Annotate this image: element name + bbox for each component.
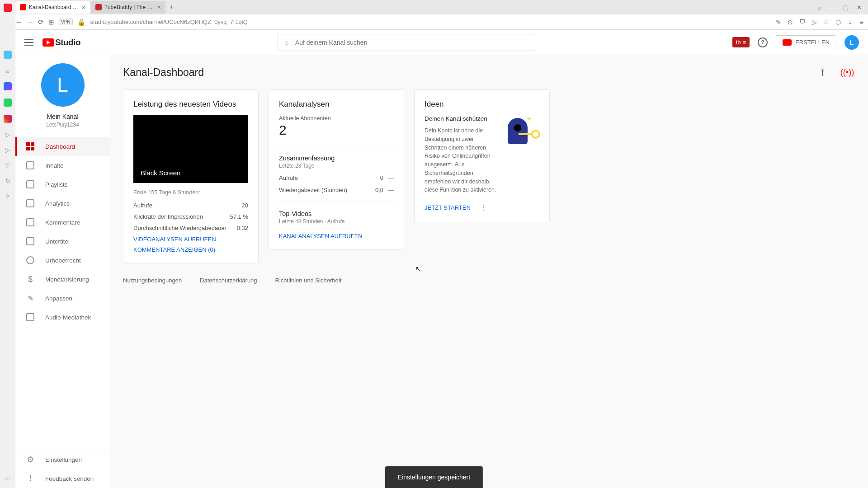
browser-chrome: Kanal-Dashboard - YouTu × TubeBuddy | Th… (0, 0, 868, 30)
address-bar: ← → ⟳ ⊞ VPN 🔒 studio.youtube.com/channel… (0, 14, 868, 30)
browser-search-icon[interactable]: ⌕ (817, 4, 821, 11)
close-icon[interactable]: × (157, 4, 161, 11)
tab-title: TubeBuddy | The Premier (104, 4, 155, 10)
window-controls: ⌕ — ▢ ✕ (817, 4, 868, 11)
vpn-badge[interactable]: VPN (59, 19, 73, 25)
download-icon[interactable]: ⭳ (847, 19, 854, 26)
back-icon[interactable]: ← (15, 18, 22, 26)
url-text[interactable]: studio.youtube.com/channel/UCocN6zQPHQZ_… (90, 19, 771, 25)
youtube-favicon (20, 4, 26, 10)
forward-icon: → (27, 18, 33, 26)
opera-sidebar: ⌕ ▷ ▷ ♡ ↻ ✧ ⋯ (0, 0, 15, 30)
lock-icon[interactable]: 🔒 (77, 18, 86, 26)
send-icon[interactable]: ▷ (812, 19, 817, 26)
tab-title: Kanal-Dashboard - YouTu (29, 4, 79, 10)
tubebuddy-favicon (95, 4, 102, 10)
shield-icon[interactable]: ⛉ (799, 19, 806, 26)
cube-icon[interactable]: ⬡ (835, 19, 841, 26)
menu-icon[interactable]: ≡ (860, 19, 863, 26)
grid-icon[interactable]: ⊞ (48, 18, 54, 26)
tab-strip: Kanal-Dashboard - YouTu × TubeBuddy | Th… (0, 0, 868, 14)
heart-addr-icon[interactable]: ♡ (823, 19, 829, 26)
minimize-icon[interactable]: — (829, 4, 835, 11)
opera-icon[interactable] (4, 4, 12, 12)
edit-icon[interactable]: ✎ (776, 19, 781, 26)
reload-icon[interactable]: ⟳ (38, 18, 44, 26)
camera-icon[interactable]: ⊙ (788, 19, 793, 26)
tab-inactive[interactable]: TubeBuddy | The Premier × (91, 1, 165, 14)
close-window-icon[interactable]: ✕ (857, 4, 862, 11)
new-tab-button[interactable]: + (166, 3, 177, 11)
close-icon[interactable]: × (82, 4, 85, 11)
maximize-icon[interactable]: ▢ (843, 4, 849, 11)
tab-active[interactable]: Kanal-Dashboard - YouTu × (15, 1, 90, 14)
